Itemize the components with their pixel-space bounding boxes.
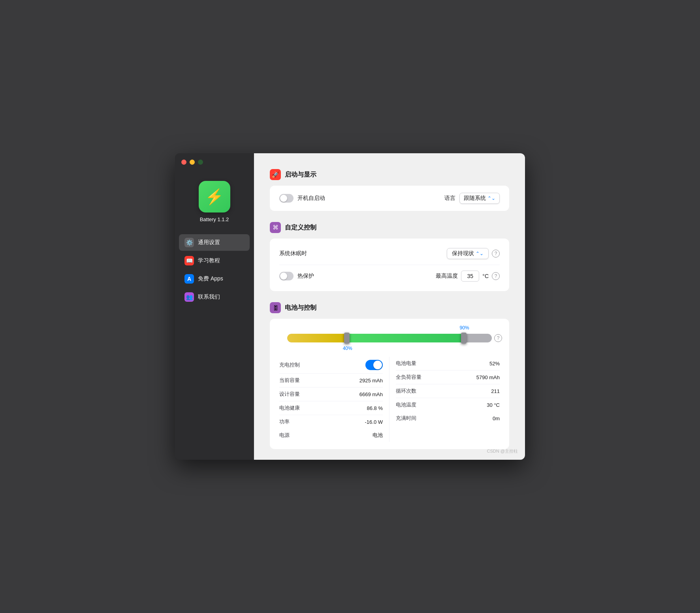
section-launch: 🚀 启动与显示 开机自启动 语言 跟随系统 ⌃⌄ [270, 169, 509, 211]
thermal-control-group: 最高温度 °C ? [436, 271, 500, 282]
max-temp-input[interactable] [461, 271, 479, 282]
language-value: 跟随系统 [464, 195, 486, 202]
sidebar-item-tutorial[interactable]: 📖 学习教程 [179, 252, 250, 269]
section-battery-title: 电池与控制 [285, 304, 316, 312]
slider-max-label: 90% [460, 325, 469, 331]
section-launch-header: 🚀 启动与显示 [270, 169, 509, 180]
stat-full-capacity: 全负荷容量 5790 mAh [396, 370, 500, 384]
current-capacity-value: 2925 mAh [359, 378, 383, 384]
stat-battery-temp: 电池温度 30 °C [396, 398, 500, 412]
sleep-label: 系统休眠时 [279, 250, 307, 257]
sidebar-item-settings[interactable]: ⚙️ 通用设置 [179, 234, 250, 251]
design-capacity-label: 设计容量 [279, 391, 300, 398]
launch-left: 开机自启动 [279, 194, 325, 203]
battery-slider-help-button[interactable]: ? [494, 334, 502, 342]
battery-health-value: 86.8 % [367, 405, 383, 411]
slider-thumb-min[interactable] [344, 333, 350, 344]
language-label: 语言 [444, 195, 455, 202]
launch-right: 语言 跟随系统 ⌃⌄ [444, 193, 500, 204]
section-battery: 🎛 电池与控制 90% [270, 302, 509, 449]
charge-time-label: 充满时间 [396, 415, 416, 422]
launch-row: 开机自启动 语言 跟随系统 ⌃⌄ [279, 193, 500, 204]
temp-unit: °C [482, 273, 489, 279]
nav-label-tutorial: 学习教程 [198, 257, 220, 264]
slider-yellow-fill [287, 334, 348, 342]
battery-health-label: 电池健康 [279, 404, 300, 412]
nav-label-contact: 联系我们 [198, 293, 220, 301]
minimize-button[interactable] [190, 160, 195, 165]
chevron-updown-icon: ⌃⌄ [487, 196, 495, 201]
nav-label-apps: 免费 Apps [198, 275, 223, 282]
auto-start-toggle[interactable] [279, 194, 294, 203]
section-custom-header: ⌘ 自定义控制 [270, 222, 509, 233]
app-name: Battery 1.1.2 [200, 216, 229, 222]
slider-thumb-max[interactable] [461, 333, 467, 344]
battery-level-label: 电池电量 [396, 360, 416, 367]
sidebar-item-contact[interactable]: 👥 联系我们 [179, 289, 250, 305]
charge-control-toggle[interactable] [365, 360, 383, 370]
stat-charge-time: 充满时间 0m [396, 412, 500, 425]
contact-icon: 👥 [184, 292, 194, 302]
full-capacity-value: 5790 mAh [476, 374, 500, 380]
slider-min-label: 40% [343, 346, 352, 351]
tutorial-icon: 📖 [184, 256, 194, 265]
sidebar-item-apps[interactable]: A 免费 Apps [179, 271, 250, 287]
thermal-row: 热保护 最高温度 °C ? [279, 265, 500, 284]
sleep-help-button[interactable]: ? [492, 250, 500, 258]
launch-card: 开机自启动 语言 跟随系统 ⌃⌄ [270, 186, 509, 211]
battery-stats: 充电控制 当前容量 2925 mAh 设计容量 6669 mAh 电池健康 [279, 357, 500, 442]
battery-temp-label: 电池温度 [396, 401, 416, 408]
current-capacity-label: 当前容量 [279, 377, 300, 384]
dropdown-arrows-icon: ⌃⌄ [476, 251, 484, 256]
battery-stats-left: 充电控制 当前容量 2925 mAh 设计容量 6669 mAh 电池健康 [279, 357, 390, 442]
section-battery-header: 🎛 电池与控制 [270, 302, 509, 313]
apps-icon: A [184, 274, 194, 284]
battery-temp-value: 30 °C [487, 402, 500, 408]
stat-battery-level: 电池电量 52% [396, 357, 500, 370]
custom-section-icon: ⌘ [270, 222, 281, 233]
thermal-left: 热保护 [279, 272, 314, 280]
thermal-label: 热保护 [297, 273, 314, 280]
battery-card: 90% 40% ? [270, 319, 509, 449]
maximize-button[interactable] [198, 160, 203, 165]
max-temp-label: 最高温度 [436, 273, 458, 280]
watermark: CSDN @主控柱 [487, 448, 518, 454]
battery-icon: ⚡ [205, 188, 224, 205]
nav-items: ⚙️ 通用设置 📖 学习教程 A 免费 Apps 👥 联系我们 [175, 234, 254, 305]
section-custom: ⌘ 自定义控制 系统休眠时 保持现状 ⌃⌄ ? [270, 222, 509, 291]
main-content: 🚀 启动与显示 开机自启动 语言 跟随系统 ⌃⌄ [254, 153, 525, 460]
section-custom-title: 自定义控制 [285, 224, 316, 232]
cycle-count-value: 211 [491, 388, 500, 394]
section-launch-title: 启动与显示 [285, 171, 316, 179]
power-source-label: 电源 [279, 432, 290, 439]
stat-design-capacity: 设计容量 6669 mAh [279, 387, 383, 401]
custom-card: 系统休眠时 保持现状 ⌃⌄ ? 热保护 [270, 239, 509, 291]
power-source-value: 电池 [373, 432, 383, 439]
charge-control-label: 充电控制 [279, 361, 300, 369]
battery-level-value: 52% [489, 361, 500, 367]
sleep-control-group: 保持现状 ⌃⌄ ? [447, 248, 500, 259]
thermal-help-button[interactable]: ? [492, 272, 500, 280]
slider-green-fill [348, 334, 461, 342]
thermal-toggle[interactable] [279, 272, 294, 280]
stat-battery-health: 电池健康 86.8 % [279, 401, 383, 415]
app-icon: ⚡ [199, 181, 230, 212]
stat-current-capacity: 当前容量 2925 mAh [279, 374, 383, 387]
traffic-lights [181, 160, 203, 165]
charge-time-value: 0m [493, 416, 500, 421]
close-button[interactable] [181, 160, 186, 165]
sleep-dropdown[interactable]: 保持现状 ⌃⌄ [447, 248, 489, 259]
battery-slider-container: 90% 40% ? [283, 334, 496, 342]
app-icon-container: ⚡ Battery 1.1.2 [199, 181, 230, 222]
nav-label-settings: 通用设置 [198, 239, 220, 246]
settings-icon: ⚙️ [184, 238, 194, 247]
stat-cycle-count: 循环次数 211 [396, 384, 500, 398]
sleep-row: 系统休眠时 保持现状 ⌃⌄ ? [279, 246, 500, 261]
launch-section-icon: 🚀 [270, 169, 281, 180]
cycle-count-label: 循环次数 [396, 387, 416, 395]
sleep-value: 保持现状 [452, 250, 474, 257]
language-select[interactable]: 跟随系统 ⌃⌄ [459, 193, 500, 204]
battery-stats-right: 电池电量 52% 全负荷容量 5790 mAh 循环次数 211 电池温度 [390, 357, 500, 442]
battery-section-icon: 🎛 [270, 302, 281, 313]
power-label: 功率 [279, 418, 290, 425]
